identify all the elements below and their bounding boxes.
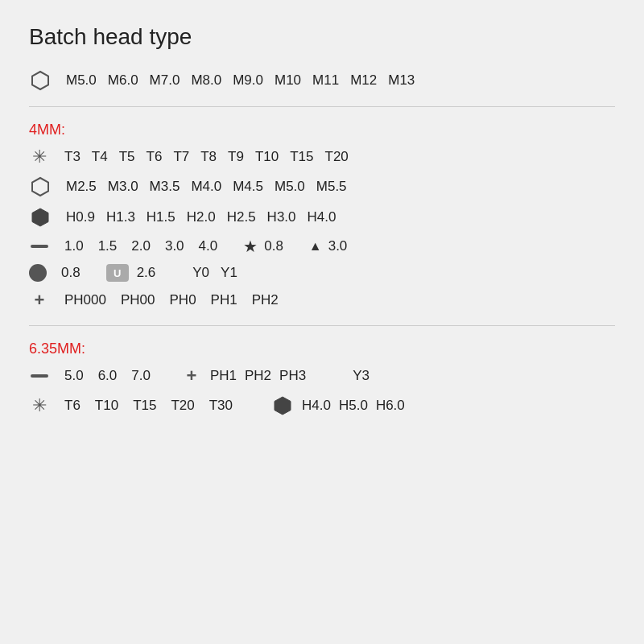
list-item: H3.0 [267, 209, 296, 225]
list-item: PH0 [170, 292, 196, 308]
hex-outline-icon-2 [29, 175, 52, 198]
list-item: M5.5 [316, 179, 347, 195]
list-item: M2.5 [66, 179, 97, 195]
list-item: M11 [312, 72, 339, 89]
list-item: H6.0 [376, 398, 405, 414]
list-item: PH2 [245, 368, 271, 384]
row-dash-4mm: 1.0 1.5 2.0 3.0 4.0 ★ 0.8 ▲ 3.0 [29, 237, 615, 256]
list-item: 1.5 [98, 238, 118, 254]
list-item: 4.0 [199, 238, 218, 254]
list-item: PH2 [252, 292, 279, 308]
hex-section-row: M5.0 M6.0 M7.0 M8.0 M9.0 M10 M11 M12 M13 [29, 69, 615, 92]
list-item: 2.0 [131, 238, 151, 254]
list-item: Y3 [353, 368, 369, 383]
star-icon-2: ★ [243, 237, 258, 256]
list-item: H2.0 [187, 209, 216, 225]
page-title: Batch head type [29, 24, 615, 50]
svg-marker-2 [32, 208, 48, 226]
list-item: 7.0 [131, 368, 151, 384]
section-635mm: 6.35MM: 5.0 6.0 7.0 + PH1 PH2 PH3 Y3 ✳ T… [29, 341, 615, 417]
page: Batch head type M5.0 M6.0 M7.0 M8.0 M9.0… [0, 0, 644, 644]
row-star-635mm: ✳ T6 T10 T15 T20 T30 H4.0 H5.0 H6.0 [29, 394, 615, 417]
list-item: H4.0 [302, 398, 331, 414]
list-item: T6 [64, 398, 80, 414]
list-item: M9.0 [233, 72, 263, 89]
list-item: 0.8 [264, 238, 283, 254]
list-item: M12 [350, 72, 377, 89]
hex-outline-4mm-list: M2.5 M3.0 M3.5 M4.0 M4.5 M5.0 M5.5 [66, 179, 347, 195]
list-item: T15 [290, 149, 313, 165]
section-635mm-label: 6.35MM: [29, 341, 615, 357]
list-item: T6 [147, 149, 163, 165]
list-item: PH00 [121, 292, 155, 308]
list-item: T9 [228, 149, 244, 165]
plus-icon-2: + [181, 365, 202, 386]
plus-icon: + [29, 290, 50, 311]
list-item: H1.3 [106, 209, 135, 225]
list-item: 2.6 [137, 265, 156, 281]
section-4mm-label: 4MM: [29, 122, 615, 138]
list-item: M6.0 [108, 72, 138, 89]
section-4mm: 4MM: ✳ T3 T4 T5 T6 T7 T8 T9 T10 T15 T20 [29, 122, 615, 311]
row-dash-635mm: 5.0 6.0 7.0 + PH1 PH2 PH3 Y3 [29, 365, 615, 386]
list-item: PH000 [64, 292, 106, 308]
triangle-icon: ▲ [309, 239, 322, 254]
list-item: 5.0 [64, 368, 84, 384]
list-item: 6.0 [98, 368, 118, 384]
svg-marker-3 [275, 397, 291, 415]
hex-filled-icon [29, 206, 52, 229]
hex-items-list: M5.0 M6.0 M7.0 M8.0 M9.0 M10 M11 M12 M13 [66, 72, 415, 89]
list-item: H5.0 [339, 398, 368, 414]
dash-icon-2 [29, 374, 50, 378]
divider-1 [29, 106, 615, 107]
list-item: T8 [200, 149, 217, 165]
list-item: H0.9 [66, 209, 95, 225]
row-torx-4mm: ✳ T3 T4 T5 T6 T7 T8 T9 T10 T15 T20 [29, 147, 615, 167]
list-item: T30 [209, 398, 233, 414]
list-item: H4.0 [308, 209, 336, 225]
row-circle-u-4mm: 0.8 U 2.6 Y0 Y1 [29, 264, 615, 282]
list-item: M3.0 [108, 179, 138, 195]
list-item: PH1 [211, 292, 237, 308]
list-item: H2.5 [227, 209, 256, 225]
list-item: 1.0 [64, 238, 84, 254]
list-item: T4 [92, 149, 108, 165]
star-icon-3: ✳ [29, 395, 50, 416]
list-item: 0.8 [61, 265, 80, 281]
list-item: T10 [95, 398, 118, 414]
u-badge-icon: U [106, 264, 129, 282]
list-item: M13 [388, 72, 415, 89]
list-item: T5 [119, 149, 135, 165]
divider-2 [29, 325, 615, 326]
list-item: Y1 [221, 265, 237, 281]
list-item: T10 [255, 149, 279, 165]
list-item: M7.0 [150, 72, 180, 89]
list-item: T20 [171, 398, 194, 414]
torx-items-list: T3 T4 T5 T6 T7 T8 T9 T10 T15 T20 [64, 149, 349, 165]
list-item: T3 [64, 149, 80, 165]
list-item: PH1 [210, 368, 237, 384]
row-hex-filled-4mm: H0.9 H1.3 H1.5 H2.0 H2.5 H3.0 H4.0 [29, 206, 615, 229]
list-item: M4.5 [233, 179, 263, 195]
list-item: M4.0 [191, 179, 221, 195]
hex-outline-icon [29, 69, 52, 92]
list-item: T15 [133, 398, 156, 414]
list-item: PH3 [279, 368, 306, 384]
list-item: 3.0 [328, 238, 348, 254]
list-item: Y0 [192, 265, 209, 281]
list-item: M10 [275, 72, 301, 89]
list-item: 3.0 [165, 238, 184, 254]
svg-marker-0 [32, 72, 48, 89]
row-hex-outline-4mm: M2.5 M3.0 M3.5 M4.0 M4.5 M5.0 M5.5 [29, 175, 615, 198]
list-item: M5.0 [275, 179, 305, 195]
circle-icon [29, 264, 47, 282]
list-item: H1.5 [147, 209, 175, 225]
svg-marker-1 [32, 178, 48, 196]
hex-filled-icon-2 [271, 394, 294, 417]
list-item: T7 [173, 149, 189, 165]
list-item: M8.0 [191, 72, 221, 89]
hex-filled-4mm-list: H0.9 H1.3 H1.5 H2.0 H2.5 H3.0 H4.0 [66, 209, 336, 225]
star-icon: ✳ [29, 147, 50, 167]
list-item: M3.5 [150, 179, 180, 195]
dash-icon [29, 245, 50, 248]
